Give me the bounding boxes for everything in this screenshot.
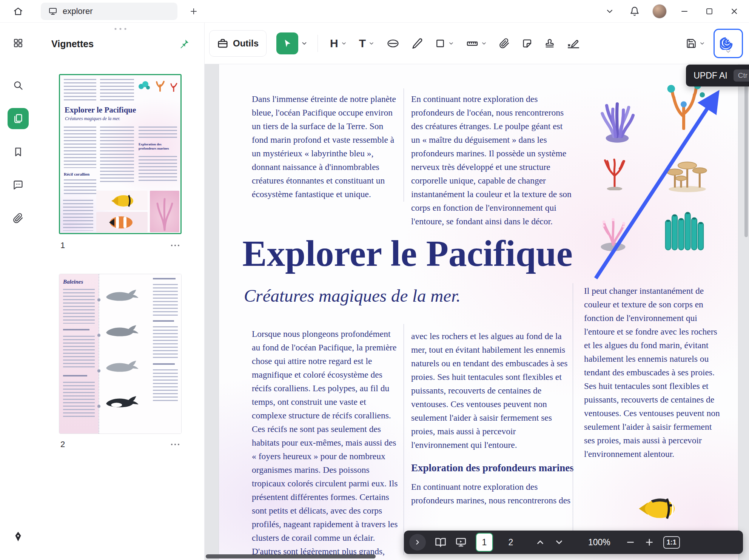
zoom-level[interactable]: 100% <box>588 537 610 548</box>
new-tab-button[interactable] <box>187 5 200 18</box>
page-thumbnail-2[interactable]: Baleines <box>59 274 182 434</box>
close-icon <box>730 7 739 16</box>
notifications-button[interactable] <box>622 0 647 23</box>
thumb1-heading2: Récif corallien <box>64 172 89 177</box>
shape-tool-button[interactable] <box>435 38 454 49</box>
comments-icon <box>13 180 23 190</box>
whale-illustration <box>105 287 144 307</box>
presentation-mode-button[interactable] <box>455 537 467 548</box>
chevron-down-icon[interactable] <box>448 40 454 46</box>
mini-heading-block <box>153 363 175 366</box>
chevron-down-icon[interactable] <box>341 40 347 46</box>
measure-tool-button[interactable] <box>466 38 487 49</box>
thumb2-title: Baleines <box>63 279 95 285</box>
page-thumbnail-1[interactable]: Explorer le Pacifique Créatures magiques… <box>59 74 182 234</box>
page-1-menu[interactable] <box>169 242 182 249</box>
maximize-button[interactable] <box>697 0 722 23</box>
annotation-tool-button[interactable] <box>387 38 399 49</box>
expand-toolbar-button[interactable] <box>409 534 426 551</box>
updf-ai-button[interactable] <box>714 29 743 58</box>
attach-file-tool-button[interactable] <box>499 38 510 49</box>
body-column-2: avec les rochers et les algues au fond d… <box>411 329 574 507</box>
select-tool-chevron[interactable] <box>301 40 308 47</box>
page-2-menu[interactable] <box>169 441 182 448</box>
pin-panel-button[interactable] <box>177 36 192 51</box>
reader-icon <box>435 537 446 548</box>
tools-button[interactable]: Outils <box>209 30 267 57</box>
close-button[interactable] <box>722 0 747 23</box>
sidebar-item-apps[interactable] <box>8 32 29 54</box>
chevron-down-icon[interactable] <box>368 40 374 46</box>
whale-illustration <box>105 358 144 378</box>
mini-heading-block <box>153 320 174 323</box>
zoom-in-icon <box>644 537 654 547</box>
sticker-tool-button[interactable] <box>522 38 532 49</box>
reader-mode-button[interactable] <box>435 537 446 548</box>
mini-heading-block <box>153 278 176 281</box>
mini-text-block <box>153 369 178 403</box>
chevron-down-icon[interactable] <box>481 40 487 46</box>
save-chevron-icon[interactable] <box>699 40 705 46</box>
shape-icon <box>435 38 445 49</box>
page-up-icon <box>535 537 545 547</box>
sidebar-item-search[interactable] <box>8 75 29 96</box>
page-controls-bar: 1 2 100% 1:1 <box>404 531 743 554</box>
save-icon <box>686 38 697 49</box>
pin-icon <box>179 39 190 49</box>
sidebar-item-thumbnails[interactable] <box>8 108 29 129</box>
sidebar-item-comments[interactable] <box>8 174 29 196</box>
marker-tool-button[interactable] <box>411 38 423 49</box>
next-page-button[interactable] <box>554 537 564 547</box>
actual-size-button[interactable]: 1:1 <box>663 536 680 549</box>
mini-text-block <box>64 179 96 196</box>
mini-text-block <box>63 382 95 418</box>
document-tab[interactable]: explorer <box>41 3 177 20</box>
edit-text-tool-button[interactable]: H <box>330 38 347 49</box>
disc-coral-illustration <box>663 148 712 193</box>
text-tool-icon: T <box>359 38 366 49</box>
select-tool-button[interactable] <box>276 32 298 54</box>
tab-monitor-icon <box>48 7 57 16</box>
thumbnails-icon <box>13 113 23 124</box>
home-button[interactable] <box>8 3 28 20</box>
text-tool-button[interactable]: T <box>359 38 374 49</box>
panel-handle-icon[interactable] <box>114 28 126 30</box>
page-2-number: 2 <box>60 440 65 449</box>
bookmarks-icon <box>13 147 23 157</box>
sidebar-item-edit-mode[interactable] <box>8 526 29 547</box>
purple-anemone-illustration <box>591 91 644 143</box>
thumb1-title: Explorer le Pacifique <box>65 105 136 115</box>
paragraph: En continuant notre exploration des prof… <box>411 480 574 507</box>
mini-text-block <box>63 200 93 231</box>
whale-illustration <box>105 322 144 342</box>
mini-photo-striped-fish <box>96 212 148 232</box>
toolbar-divider <box>317 35 318 52</box>
previous-page-button[interactable] <box>535 537 545 547</box>
vertical-scrollbar[interactable] <box>744 68 748 237</box>
mini-text-block <box>100 127 134 183</box>
avatar <box>652 4 667 19</box>
marker-icon <box>411 38 423 49</box>
horizontal-scrollbar[interactable] <box>206 554 376 558</box>
tooltip-label: UPDF AI <box>694 71 727 81</box>
signature-tool-button[interactable] <box>567 38 580 49</box>
maximize-icon <box>705 7 714 15</box>
paragraph: Il peut changer instantanément de couleu… <box>584 284 721 461</box>
mini-photo-pink-anemone <box>150 191 179 232</box>
page-button-2[interactable]: 2 <box>502 533 519 552</box>
mini-text-block <box>64 127 96 168</box>
signature-icon <box>567 38 580 49</box>
tabs-list-button[interactable] <box>597 0 622 23</box>
save-button[interactable] <box>686 38 705 49</box>
document-title: Explorer le Pacifique <box>242 233 573 275</box>
updf-ai-tooltip: UPDF AI Ctr <box>686 65 749 86</box>
zoom-in-button[interactable] <box>644 537 654 547</box>
minimize-button[interactable] <box>672 0 697 23</box>
zoom-out-button[interactable] <box>626 537 635 547</box>
stamp-tool-button[interactable] <box>544 38 555 49</box>
sidebar-item-bookmarks[interactable] <box>8 141 29 162</box>
account-button[interactable] <box>647 0 672 23</box>
page-button-1[interactable]: 1 <box>476 533 493 552</box>
column-divider <box>573 283 573 548</box>
sidebar-item-attachments[interactable] <box>8 208 29 229</box>
